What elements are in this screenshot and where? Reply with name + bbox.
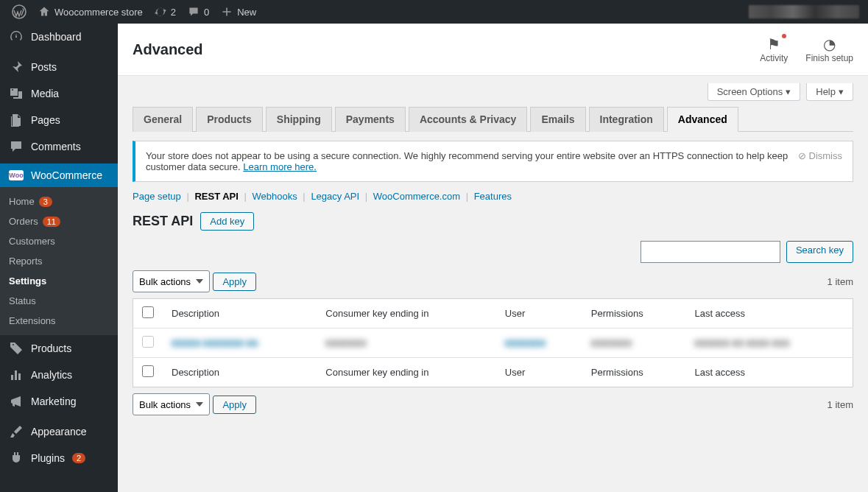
woocommerce-submenu: Home3 Orders11 Customers Reports Setting… [0, 187, 118, 335]
menu-products[interactable]: Products [0, 335, 118, 362]
screen-options-toggle[interactable]: Screen Options ▾ [708, 83, 801, 101]
menu-dashboard[interactable]: Dashboard [0, 24, 118, 50]
subtab-webhooks[interactable]: Webhooks [253, 191, 297, 202]
submenu-home[interactable]: Home3 [0, 191, 118, 211]
cell-permissions: ■■■■■■■ [582, 328, 686, 358]
api-keys-table: Description Consumer key ending in User … [133, 298, 853, 387]
cell-last-access: ■■■■■■ ■■ ■■■■ ■■■ [685, 328, 853, 358]
notice-text: Your store does not appear to be using a… [146, 150, 798, 172]
wp-logo[interactable] [6, 0, 32, 24]
brush-icon [9, 424, 24, 439]
tab-shipping[interactable]: Shipping [266, 107, 332, 132]
cell-description[interactable]: ■■■■■ ■■■■■■■ ■■ [163, 328, 317, 358]
select-all-bottom[interactable] [142, 365, 154, 377]
chevron-down-icon: ▾ [786, 86, 791, 97]
submenu-settings[interactable]: Settings [0, 271, 118, 291]
submenu-extensions[interactable]: Extensions [0, 311, 118, 331]
dashboard-icon [9, 29, 24, 44]
orders-badge: 11 [43, 217, 60, 227]
admin-sidebar: Dashboard Posts Media Pages Comments Woo… [0, 24, 118, 451]
page-title: Advanced [133, 41, 203, 58]
table-row[interactable]: ■■■■■ ■■■■■■■ ■■ ■■■■■■■ ■■■■■■■ ■■■■■■■… [133, 328, 853, 358]
finish-setup-button[interactable]: ◔ Finish setup [805, 35, 853, 63]
pages-icon [9, 113, 24, 127]
tab-accounts-privacy[interactable]: Accounts & Privacy [409, 107, 528, 132]
megaphone-icon [9, 394, 24, 409]
item-count-top: 1 item [828, 276, 853, 287]
page-header: Advanced ⚑ Activity ◔ Finish setup [118, 24, 868, 76]
col-last-access[interactable]: Last access [685, 299, 853, 328]
tab-products[interactable]: Products [196, 107, 263, 132]
section-heading: REST API [133, 214, 193, 229]
woocommerce-icon: Woo [9, 170, 24, 180]
row-checkbox[interactable] [142, 336, 154, 348]
submenu-customers[interactable]: Customers [0, 231, 118, 251]
settings-tabs: General Products Shipping Payments Accou… [133, 107, 853, 132]
add-key-button[interactable]: Add key [200, 212, 254, 231]
advanced-subtabs: Page setup | REST API | Webhooks | Legac… [133, 191, 853, 202]
bulk-actions-select-bottom[interactable]: Bulk actions [133, 393, 210, 415]
apply-button-top[interactable]: Apply [213, 273, 256, 291]
admin-bar: Woocommerce store 2 0 New [0, 0, 868, 24]
search-input[interactable] [641, 241, 780, 263]
home-badge: 3 [39, 197, 52, 207]
col-user[interactable]: User [496, 299, 582, 328]
col-consumer-key-foot[interactable]: Consumer key ending in [317, 358, 495, 387]
https-notice: Your store does not appear to be using a… [133, 141, 853, 182]
cell-user: ■■■■■■■ [496, 328, 582, 358]
help-toggle[interactable]: Help ▾ [806, 83, 853, 101]
item-count-bottom: 1 item [828, 399, 853, 410]
flag-icon: ⚑ [760, 35, 788, 53]
products-icon [9, 341, 24, 356]
tab-payments[interactable]: Payments [335, 107, 406, 132]
site-name-link[interactable]: Woocommerce store [32, 0, 149, 24]
dismiss-notice[interactable]: ⊘Dismiss [798, 150, 843, 161]
menu-woocommerce[interactable]: WooWooCommerce [0, 164, 118, 187]
bulk-actions-select-top[interactable]: Bulk actions [133, 270, 210, 292]
pin-icon [9, 60, 24, 74]
menu-marketing[interactable]: Marketing [0, 388, 118, 415]
apply-button-bottom[interactable]: Apply [213, 396, 256, 414]
col-permissions[interactable]: Permissions [582, 299, 686, 328]
col-last-access-foot[interactable]: Last access [685, 358, 853, 387]
content-area: Advanced ⚑ Activity ◔ Finish setup Scree… [118, 24, 868, 451]
search-key-button[interactable]: Search key [786, 241, 853, 263]
menu-posts[interactable]: Posts [0, 54, 118, 80]
col-description[interactable]: Description [163, 299, 317, 328]
subtab-page-setup[interactable]: Page setup [133, 191, 181, 202]
submenu-orders[interactable]: Orders11 [0, 211, 118, 231]
menu-media[interactable]: Media [0, 80, 118, 107]
screen-meta-links: Screen Options ▾ Help ▾ [133, 83, 853, 101]
tab-general[interactable]: General [133, 107, 193, 132]
menu-appearance[interactable]: Appearance [0, 418, 118, 445]
subtab-features[interactable]: Features [474, 191, 512, 202]
updates-link[interactable]: 2 [149, 0, 182, 24]
subtab-rest-api[interactable]: REST API [194, 191, 238, 202]
analytics-icon [9, 368, 24, 382]
submenu-status[interactable]: Status [0, 291, 118, 311]
chevron-down-icon: ▾ [839, 86, 844, 97]
menu-analytics[interactable]: Analytics [0, 362, 118, 388]
comments-link[interactable]: 0 [182, 0, 215, 24]
col-description-foot[interactable]: Description [163, 358, 317, 387]
tab-emails[interactable]: Emails [530, 107, 585, 132]
menu-comments[interactable]: Comments [0, 133, 118, 160]
tab-integration[interactable]: Integration [589, 107, 664, 132]
col-user-foot[interactable]: User [496, 358, 582, 387]
progress-icon: ◔ [805, 35, 853, 53]
new-content-link[interactable]: New [215, 0, 262, 24]
tab-advanced[interactable]: Advanced [667, 107, 738, 132]
submenu-reports[interactable]: Reports [0, 251, 118, 271]
col-permissions-foot[interactable]: Permissions [582, 358, 686, 387]
media-icon [9, 86, 24, 101]
subtab-wc-com[interactable]: WooCommerce.com [373, 191, 460, 202]
adminbar-user[interactable] [749, 5, 862, 18]
activity-button[interactable]: ⚑ Activity [760, 35, 788, 63]
menu-pages[interactable]: Pages [0, 107, 118, 133]
menu-plugins[interactable]: Plugins2 [0, 445, 118, 451]
learn-more-link[interactable]: Learn more here. [243, 161, 317, 172]
subtab-legacy-api[interactable]: Legacy API [311, 191, 359, 202]
select-all-top[interactable] [142, 306, 154, 318]
col-consumer-key[interactable]: Consumer key ending in [317, 299, 495, 328]
cell-consumer-key: ■■■■■■■ [317, 328, 495, 358]
